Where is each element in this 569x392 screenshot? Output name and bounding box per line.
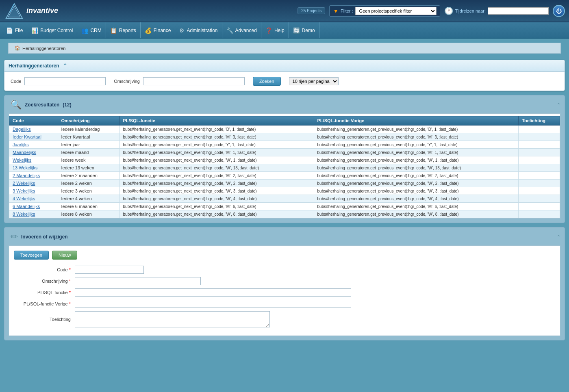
cell-code[interactable]: Dagelijks — [9, 126, 58, 133]
cell-code[interactable]: 13 Wekelijks — [9, 164, 58, 172]
results-table: Code Omschrijving PL/SQL-functie PL/SQL-… — [9, 116, 560, 218]
nav-item-budget[interactable]: 📊 Budget Control — [27, 22, 77, 38]
nav-item-reports[interactable]: 📋 Reports — [106, 22, 141, 38]
col-header-plsql-vorige: PL/SQL-functie Vorige — [314, 116, 519, 126]
nav-label-demo: Demo — [302, 28, 315, 33]
edit-plsql-label: PL/SQL-functie * — [14, 290, 75, 295]
home-icon: 🏠 — [15, 45, 20, 51]
code-link[interactable]: 3 Wekelijks — [13, 188, 35, 193]
edit-plsql-row: PL/SQL-functie * — [14, 288, 555, 297]
cell-code[interactable]: 8 Wekelijks — [9, 210, 58, 218]
edit-toelichting-input[interactable] — [75, 311, 270, 327]
edit-omschrijving-input[interactable] — [75, 277, 201, 285]
logo-text: invantive — [26, 6, 58, 15]
code-link[interactable]: Maandelijks — [13, 150, 36, 155]
table-row[interactable]: 6 Maandelijks Iedere 6 maanden bubs#herh… — [9, 203, 560, 210]
cell-toelichting — [519, 133, 560, 141]
edit-code-input[interactable] — [75, 266, 144, 274]
code-link[interactable]: Jaarlijks — [13, 142, 29, 147]
search-panel-body: Code Omschrijving Zoeken 10 rijen per pa… — [4, 72, 565, 91]
code-link[interactable]: 4 Wekelijks — [13, 196, 35, 201]
table-row[interactable]: Ieder Kwartaal Ieder Kwartaal bubs#herha… — [9, 133, 560, 141]
search-panel-collapse[interactable]: ⌃ — [63, 63, 67, 69]
col-header-code: Code — [9, 116, 58, 126]
cell-toelichting — [519, 149, 560, 156]
edit-plsql-input[interactable] — [75, 288, 351, 297]
table-row[interactable]: Maandelijks Iedere maand bubs#herhaling_… — [9, 149, 560, 156]
cell-code[interactable]: 2 Maandelijks — [9, 172, 58, 180]
nav-item-finance[interactable]: 💰 Finance — [141, 22, 176, 38]
table-row[interactable]: 2 Maandelijks Iedere 2 maanden bubs#herh… — [9, 172, 560, 180]
table-row[interactable]: 13 Wekelijks Iedere 13 weken bubs#herhal… — [9, 164, 560, 172]
nav-item-advanced[interactable]: 🔧 Advanced — [222, 22, 261, 38]
code-link[interactable]: 2 Wekelijks — [13, 181, 35, 186]
cell-code[interactable]: Wekelijks — [9, 156, 58, 164]
new-button[interactable]: Nieuw — [52, 251, 78, 260]
table-row[interactable]: 3 Wekelijks Iedere 3 weken bubs#herhalin… — [9, 187, 560, 195]
cell-omschrijving: Iedere 8 weken — [58, 210, 119, 218]
table-row[interactable]: Wekelijks Iedere week bubs#herhaling_gen… — [9, 156, 560, 164]
cell-toelichting — [519, 126, 560, 133]
edit-collapse[interactable]: ⌃ — [557, 234, 560, 240]
power-button[interactable]: ⏻ — [553, 5, 565, 17]
table-row[interactable]: 8 Wekelijks Iedere 8 weken bubs#herhalin… — [9, 210, 560, 218]
add-button[interactable]: Toevoegen — [14, 251, 49, 260]
edit-title: Invoeren of wijzigen — [21, 234, 68, 240]
code-link[interactable]: 2 Maandelijks — [13, 173, 40, 178]
code-input[interactable] — [24, 77, 106, 85]
code-link[interactable]: Ieder Kwartaal — [13, 134, 41, 139]
cell-plsql: bubs#herhaling_generatoren.get_next_even… — [119, 156, 314, 164]
results-collapse[interactable]: ⌃ — [557, 102, 560, 108]
omschrijving-input[interactable] — [143, 77, 245, 85]
search-panel-title: Herhalinggeneratoren — [9, 63, 59, 69]
code-link[interactable]: Dagelijks — [13, 127, 31, 132]
col-header-omschrijving: Omschrijving — [58, 116, 119, 126]
cell-plsql: bubs#herhaling_generatoren.get_next_even… — [119, 172, 314, 180]
cell-code[interactable]: 3 Wekelijks — [9, 187, 58, 195]
results-wrapper: 🔍 Zoekresultaten (12) ⌃ Code Omschrijvin… — [4, 95, 565, 223]
cell-toelichting — [519, 187, 560, 195]
nav-item-help[interactable]: ❓ Help — [261, 22, 289, 38]
cell-code[interactable]: 4 Wekelijks — [9, 195, 58, 203]
code-link[interactable]: Wekelijks — [13, 158, 31, 162]
nav-label-crm: CRM — [90, 28, 101, 33]
cell-omschrijving: Ieder Kwartaal — [58, 133, 119, 141]
nav-label-admin: Administration — [187, 28, 217, 33]
nav-label-finance: Finance — [154, 28, 171, 33]
cell-code[interactable]: 6 Maandelijks — [9, 203, 58, 210]
project-filter-select[interactable]: Geen projectspecifiek filter — [355, 7, 437, 15]
plsql-required-star: * — [69, 290, 71, 295]
nav-item-admin[interactable]: ⚙ Administration — [175, 22, 222, 38]
nav-item-demo[interactable]: 🔄 Demo — [289, 22, 319, 38]
nav-item-file[interactable]: 📄 File — [2, 22, 27, 38]
cell-code[interactable]: Ieder Kwartaal — [9, 133, 58, 141]
nav-item-crm[interactable]: 👥 CRM — [77, 22, 106, 38]
tijdreizen-input[interactable] — [488, 7, 549, 15]
omschrijving-required-star: * — [69, 279, 71, 284]
table-row[interactable]: Dagelijks Iedere kalenderdag bubs#herhal… — [9, 126, 560, 133]
edit-plsql-vorige-label: PL/SQL-functie Vorige * — [14, 301, 75, 306]
cell-plsql-vorige: bubs#herhaling_generatoren.get_previous_… — [314, 149, 519, 156]
edit-plsql-vorige-input[interactable] — [75, 300, 351, 308]
help-icon: ❓ — [265, 27, 272, 34]
edit-panel-body: Toevoegen Nieuw Code * Omschrijving * PL… — [9, 245, 560, 336]
nav-label-help: Help — [274, 28, 284, 33]
cell-omschrijving: Iedere week — [58, 156, 119, 164]
cell-omschrijving: Ieder jaar — [58, 141, 119, 149]
logo-icon — [4, 3, 24, 19]
cell-code[interactable]: Maandelijks — [9, 149, 58, 156]
col-header-plsql: PL/SQL-functie — [119, 116, 314, 126]
cell-omschrijving: Iedere 2 weken — [58, 180, 119, 187]
code-link[interactable]: 8 Wekelijks — [13, 212, 35, 217]
search-button[interactable]: Zoeken — [253, 77, 281, 86]
cell-code[interactable]: 2 Wekelijks — [9, 180, 58, 187]
cell-code[interactable]: Jaarlijks — [9, 141, 58, 149]
table-row[interactable]: 4 Wekelijks Iedere 4 weken bubs#herhalin… — [9, 195, 560, 203]
code-link[interactable]: 6 Maandelijks — [13, 204, 40, 209]
code-link[interactable]: 13 Wekelijks — [13, 165, 38, 170]
results-title: Zoekresultaten — [25, 102, 59, 108]
rows-per-page-select[interactable]: 10 rijen per pagina 25 rijen per pagina … — [289, 77, 339, 85]
table-row[interactable]: 2 Wekelijks Iedere 2 weken bubs#herhalin… — [9, 180, 560, 187]
table-row[interactable]: Jaarlijks Ieder jaar bubs#herhaling_gene… — [9, 141, 560, 149]
search-panel-header: Herhalinggeneratoren ⌃ — [4, 60, 565, 72]
